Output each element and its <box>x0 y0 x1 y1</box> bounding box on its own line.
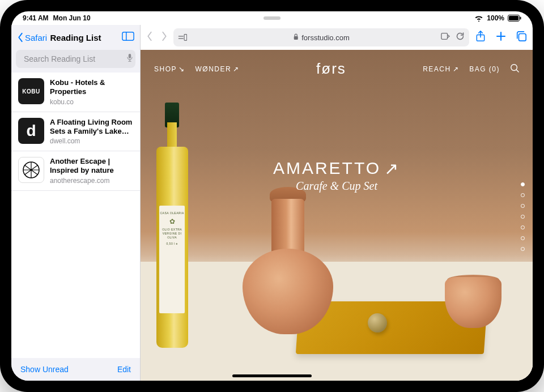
item-title: Kobu - Hotels & Properties <box>50 78 133 97</box>
slide-dot[interactable] <box>521 215 525 219</box>
slide-dot[interactable] <box>521 204 525 208</box>
nav-back-button[interactable] <box>146 31 153 44</box>
status-time: 9:41 AM <box>23 14 49 22</box>
item-thumb: d <box>18 118 44 144</box>
back-label: Safari <box>25 33 47 42</box>
ipad-frame: 9:41 AM Mon Jun 10 100% Safari <box>0 0 544 392</box>
search-input[interactable] <box>24 54 123 63</box>
svg-rect-13 <box>441 33 448 40</box>
slide-dot[interactable] <box>521 236 525 240</box>
battery-percent: 100% <box>487 14 504 22</box>
list-item[interactable]: d A Floating Living Room Sets a Family's… <box>11 112 140 152</box>
item-title: A Floating Living Room Sets a Family's L… <box>50 118 133 137</box>
site-settings-icon[interactable] <box>178 33 187 41</box>
slide-indicators <box>521 182 525 251</box>
svg-rect-11 <box>184 35 186 41</box>
sidebar-title: Reading List <box>50 33 101 42</box>
status-date: Mon Jun 10 <box>53 14 91 22</box>
bottle-text: OLIO EXTRA VERGINE DI OLIVA <box>159 228 185 240</box>
nav-shop[interactable]: SHOP ↘ <box>154 65 185 73</box>
search-field[interactable] <box>16 50 135 68</box>
svg-rect-17 <box>518 33 526 41</box>
sidebar-toggle-icon[interactable] <box>122 31 134 44</box>
svg-rect-3 <box>122 32 134 41</box>
svg-rect-10 <box>178 38 184 39</box>
carafe <box>243 187 333 334</box>
slide-dot[interactable] <box>521 182 525 186</box>
item-title: Another Escape | Inspired by nature <box>50 157 133 176</box>
svg-rect-9 <box>178 36 184 36</box>
item-domain: kobu.co <box>50 98 133 106</box>
slide-dot[interactable] <box>521 247 525 251</box>
share-icon[interactable] <box>475 31 486 44</box>
site-search-icon[interactable] <box>510 63 519 74</box>
slide-dot[interactable] <box>521 225 525 229</box>
status-bar: 9:41 AM Mon Jun 10 100% <box>11 11 533 25</box>
list-item[interactable]: KOBU Kobu - Hotels & Properties kobu.co <box>11 73 140 112</box>
lock-icon <box>293 33 299 42</box>
battery-icon <box>508 15 521 22</box>
svg-line-19 <box>517 70 519 73</box>
hero-title: AMARETTO <box>273 159 381 178</box>
item-domain: dwell.com <box>50 137 133 145</box>
cup <box>445 277 502 328</box>
web-page: SHOP ↘ WØNDER ↗ førs REACH ↗ BAG (0) AMA… <box>141 50 533 381</box>
svg-rect-2 <box>520 17 521 20</box>
url-text: forsstudio.com <box>301 33 350 42</box>
screen: 9:41 AM Mon Jun 10 100% Safari <box>11 11 533 381</box>
back-button[interactable]: Safari <box>17 32 47 42</box>
hero-subtitle: Carafe & Cup Set <box>273 180 400 193</box>
svg-rect-12 <box>294 36 298 40</box>
new-tab-icon[interactable] <box>495 31 507 44</box>
olive-oil-bottle: CASA OLEARIA ✿ OLIO EXTRA VERGINE DI OLI… <box>156 103 188 347</box>
reader-icon[interactable] <box>441 32 450 43</box>
multitask-pill[interactable] <box>264 16 280 20</box>
wifi-icon <box>474 15 483 22</box>
slide-dot[interactable] <box>521 193 525 197</box>
site-logo[interactable]: førs <box>316 60 346 78</box>
bottle-brand: CASA OLEARIA <box>160 211 184 215</box>
hero[interactable]: AMARETTO ↗ Carafe & Cup Set <box>273 159 400 193</box>
home-indicator[interactable] <box>232 374 312 377</box>
arrow-icon: ↗ <box>384 159 400 178</box>
tabs-icon[interactable] <box>516 31 527 44</box>
content-area: forsstudio.com <box>141 25 533 381</box>
address-bar[interactable]: forsstudio.com <box>173 28 469 46</box>
edit-button[interactable]: Edit <box>117 365 131 374</box>
bottle-size: 0,50 l e <box>166 242 177 246</box>
item-domain: anotherescape.com <box>50 177 133 185</box>
reading-list: KOBU Kobu - Hotels & Properties kobu.co … <box>11 73 140 358</box>
reload-icon[interactable] <box>456 32 465 43</box>
svg-rect-7 <box>129 54 131 58</box>
show-unread-button[interactable]: Show Unread <box>20 365 69 374</box>
item-thumb <box>18 157 44 183</box>
svg-rect-1 <box>509 16 518 20</box>
item-thumb: KOBU <box>18 78 44 104</box>
browser-toolbar: forsstudio.com <box>141 25 533 50</box>
reading-list-sidebar: Safari Reading List KOBU <box>11 25 141 381</box>
dictate-icon[interactable] <box>126 53 133 65</box>
nav-reach[interactable]: REACH ↗ <box>423 65 459 73</box>
list-item[interactable]: Another Escape | Inspired by nature anot… <box>11 151 140 191</box>
nav-wonder[interactable]: WØNDER ↗ <box>196 65 240 73</box>
site-nav: SHOP ↘ WØNDER ↗ førs REACH ↗ BAG (0) <box>141 60 533 78</box>
svg-point-18 <box>511 65 517 71</box>
nav-forward-button[interactable] <box>161 31 168 44</box>
nav-bag[interactable]: BAG (0) <box>469 65 500 73</box>
